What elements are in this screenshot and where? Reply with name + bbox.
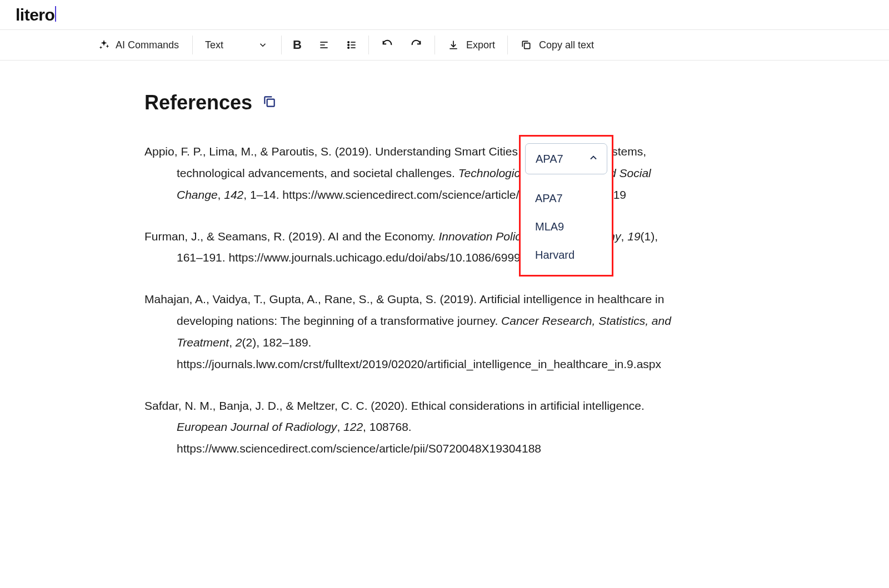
svg-rect-9 — [525, 43, 530, 49]
align-button[interactable] — [318, 38, 329, 52]
logo-text: litero — [16, 6, 54, 24]
export-button[interactable]: Export — [435, 39, 507, 51]
export-label: Export — [466, 39, 495, 51]
logo: litero — [16, 6, 56, 24]
citation-style-options: APA7 MLA9 Harvard — [525, 184, 607, 269]
reference-volume: 122 — [343, 420, 363, 433]
citation-style-value: APA7 — [536, 153, 563, 165]
reference-volume: 2 — [236, 336, 242, 349]
chevron-up-icon — [588, 152, 599, 166]
copy-references-button[interactable] — [262, 94, 277, 111]
svg-point-4 — [348, 44, 349, 46]
citation-style-option[interactable]: Harvard — [535, 241, 607, 269]
redo-button[interactable] — [410, 39, 422, 51]
ai-commands-button[interactable]: AI Commands — [98, 39, 192, 51]
copy-icon — [520, 39, 532, 51]
download-icon — [447, 39, 460, 51]
reference-text: Furman, J., & Seamans, R. (2019). AI and… — [144, 230, 439, 243]
citation-style-select[interactable]: APA7 — [525, 143, 607, 174]
svg-point-3 — [348, 42, 349, 43]
ai-commands-label: AI Commands — [116, 39, 179, 51]
undo-redo-group — [369, 39, 434, 51]
reference-volume: 19 — [627, 230, 640, 243]
sparkle-icon — [98, 39, 110, 51]
copy-all-label: Copy all text — [539, 39, 594, 51]
logo-caret — [55, 6, 56, 22]
bold-button[interactable]: B — [293, 38, 302, 52]
reference-journal: European Journal of Radiology — [177, 420, 337, 433]
copy-all-button[interactable]: Copy all text — [508, 39, 606, 51]
text-style-dropdown[interactable]: Text — [193, 39, 281, 51]
format-group: B — [282, 38, 368, 52]
citation-style-option[interactable]: MLA9 — [535, 213, 607, 241]
citation-style-option[interactable]: APA7 — [535, 184, 607, 213]
page-content: References APA7 APA7 MLA9 Harvard Appio,… — [0, 61, 889, 460]
svg-point-5 — [348, 47, 349, 49]
bullet-list-button[interactable] — [346, 38, 357, 52]
references-header: References — [144, 91, 889, 114]
svg-rect-10 — [267, 99, 274, 107]
reference-entry: Mahajan, A., Vaidya, T., Gupta, A., Rane… — [144, 289, 672, 375]
toolbar: AI Commands Text B Export — [0, 30, 889, 61]
logo-bar: litero — [0, 0, 889, 30]
undo-button[interactable] — [381, 39, 393, 51]
reference-entry: Safdar, N. M., Banja, J. D., & Meltzer, … — [144, 395, 672, 460]
reference-tail: (2), 182–189. https://journals.lww.com/c… — [177, 336, 661, 370]
reference-volume: 142 — [224, 188, 243, 201]
citation-style-highlight: APA7 APA7 MLA9 Harvard — [519, 135, 613, 277]
text-style-label: Text — [205, 39, 223, 51]
chevron-down-icon — [257, 39, 269, 51]
reference-text: Safdar, N. M., Banja, J. D., & Meltzer, … — [144, 399, 645, 412]
references-title: References — [144, 91, 252, 114]
